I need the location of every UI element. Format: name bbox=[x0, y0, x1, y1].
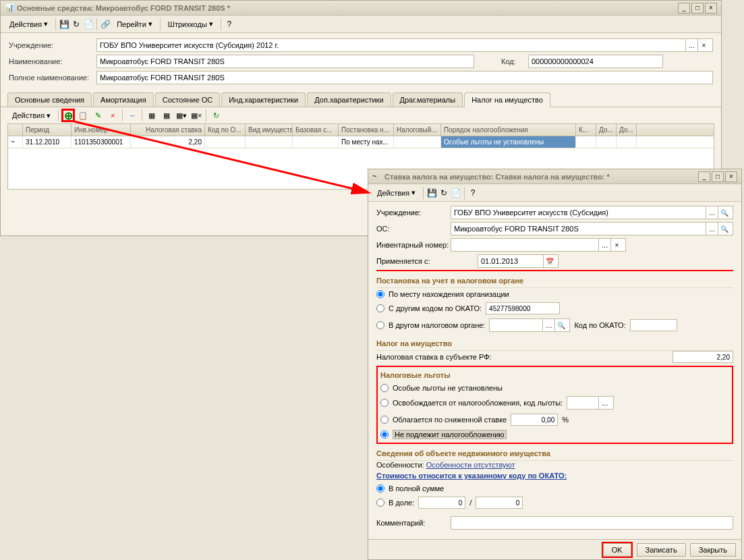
select-icon[interactable]: … bbox=[542, 319, 554, 331]
bottom-bar: OK Записать Закрыть bbox=[368, 539, 741, 559]
cost-link[interactable]: Стоимость относится к указанному коду по… bbox=[376, 472, 567, 480]
toolbar2: Действия ▾ 💾 ↻ 📄 ? bbox=[368, 184, 741, 202]
inv-label: Инвентарный номер: bbox=[376, 241, 451, 249]
close-button[interactable]: Закрыть bbox=[690, 543, 736, 557]
minimize-button[interactable]: _ bbox=[698, 171, 710, 182]
org-input[interactable]: ГОБУ ВПО Университет искусств (Субсидия)… bbox=[451, 206, 733, 219]
benefit-code-input[interactable]: … bbox=[567, 396, 614, 410]
minimize-button[interactable]: _ bbox=[678, 3, 690, 13]
filter1-icon[interactable]: ▦ bbox=[145, 109, 159, 122]
inv-input[interactable]: … × bbox=[451, 238, 626, 252]
save-icon[interactable]: 💾 bbox=[426, 188, 437, 198]
fullname-input[interactable]: Микроавтобус FORD TRANSIT 280S bbox=[96, 71, 713, 84]
tax-rate-input[interactable] bbox=[673, 351, 733, 363]
search-icon[interactable]: 🔍 bbox=[718, 206, 730, 219]
edit-row-icon[interactable]: ✎ bbox=[91, 109, 105, 122]
tab-amort[interactable]: Амортизация bbox=[93, 92, 154, 107]
doc-icon[interactable]: 📄 bbox=[451, 188, 461, 198]
clear-icon[interactable]: × bbox=[610, 239, 623, 251]
select-icon[interactable]: … bbox=[706, 223, 718, 235]
name-input[interactable]: Микроавтобус FORD TRANSIT 280S bbox=[96, 55, 474, 68]
barcodes-menu[interactable]: Штрихкоды ▾ bbox=[163, 18, 218, 30]
help-icon[interactable]: ? bbox=[224, 19, 235, 30]
delete-row-icon[interactable]: × bbox=[106, 109, 119, 122]
date-input[interactable]: 01.01.2013 📅 bbox=[478, 254, 559, 268]
section-estate: Сведения об объекте недвижимого имуществ… bbox=[376, 447, 733, 461]
close-button[interactable]: × bbox=[705, 3, 717, 13]
actions-menu[interactable]: Действия ▾ bbox=[5, 18, 53, 30]
features-link[interactable]: Особенности отсутствуют bbox=[426, 461, 515, 469]
save-icon[interactable]: 💾 bbox=[59, 19, 69, 30]
refresh-grid-icon[interactable]: ↻ bbox=[209, 109, 223, 122]
search-icon[interactable]: 🔍 bbox=[554, 319, 567, 331]
comment-input[interactable] bbox=[451, 516, 733, 530]
refresh-icon[interactable]: ↻ bbox=[438, 188, 449, 198]
filter2-icon[interactable]: ▦ bbox=[160, 109, 173, 122]
os-input[interactable]: Микроавтобус FORD TRANSIT 280S … 🔍 bbox=[451, 222, 733, 235]
org-select-icon[interactable]: … bbox=[685, 39, 697, 51]
benefit-radio-3[interactable] bbox=[380, 416, 389, 424]
copy-row-icon[interactable]: 📋 bbox=[76, 109, 90, 122]
doc-icon[interactable]: 📄 bbox=[83, 19, 94, 30]
tab-ind[interactable]: Инд.характеристики bbox=[221, 92, 306, 107]
reg-opt3-label: В другом налоговом органе: bbox=[389, 321, 485, 329]
tax-office-input[interactable]: … 🔍 bbox=[489, 318, 570, 332]
cost-radio-1[interactable] bbox=[376, 484, 384, 493]
pct-label: % bbox=[562, 416, 569, 424]
maximize-button[interactable]: □ bbox=[691, 3, 704, 13]
window-title2: Ставка налога на имущество: Ставки налог… bbox=[384, 173, 698, 181]
search-icon[interactable]: 🔍 bbox=[718, 223, 730, 235]
sub-actions-menu[interactable]: Действия ▾ bbox=[7, 109, 55, 122]
select-icon[interactable]: … bbox=[598, 397, 610, 409]
tax-rate-label: Налоговая ставка в субъекте РФ: bbox=[376, 353, 673, 361]
benefit-radio-1[interactable] bbox=[380, 384, 389, 392]
titlebar: 📊 Основные средства: Микроавтобус FORD T… bbox=[1, 1, 721, 16]
okato-input1[interactable] bbox=[486, 302, 560, 314]
clear-filter-icon[interactable]: ▦× bbox=[190, 109, 203, 122]
close-button[interactable]: × bbox=[725, 171, 737, 182]
maximize-button[interactable]: □ bbox=[712, 171, 724, 182]
reduced-rate-input[interactable] bbox=[511, 414, 558, 426]
grid-header: Период Инв.номер Налоговая ставка Код по… bbox=[8, 124, 714, 136]
tab-add[interactable]: Доп.характеристики bbox=[307, 92, 391, 107]
tab-tax[interactable]: Налог на имущество bbox=[464, 92, 550, 107]
benefit-opt3-label: Облагается по сниженной ставке bbox=[393, 416, 507, 424]
os-label: ОС: bbox=[376, 225, 451, 233]
reg-radio-2[interactable] bbox=[376, 304, 384, 312]
share1-input[interactable] bbox=[418, 497, 465, 509]
select-icon[interactable]: … bbox=[706, 206, 718, 219]
share2-input[interactable] bbox=[476, 497, 523, 509]
calendar-icon[interactable]: 📅 bbox=[543, 255, 555, 267]
cost-radio-2[interactable] bbox=[376, 499, 384, 507]
tab-prec[interactable]: Драг.материалы bbox=[393, 92, 463, 107]
nav-icon[interactable]: ↔ bbox=[125, 109, 139, 122]
reg-radio-3[interactable] bbox=[376, 321, 384, 329]
app-icon: ~ bbox=[372, 172, 382, 181]
okato-label: Код по ОКАТО: bbox=[574, 321, 625, 329]
add-row-button[interactable]: ⊕ bbox=[61, 109, 75, 122]
link-icon[interactable]: 🔗 bbox=[100, 19, 111, 30]
help-icon[interactable]: ? bbox=[467, 188, 478, 198]
benefit-radio-4[interactable] bbox=[380, 430, 389, 439]
fullname-label: Полное наименование: bbox=[9, 74, 96, 82]
reg-radio-1[interactable] bbox=[376, 290, 384, 298]
ok-button[interactable]: OK bbox=[603, 543, 631, 557]
tab-bar: Основные сведения Амортизация Состояние … bbox=[1, 92, 721, 107]
select-icon[interactable]: … bbox=[598, 239, 610, 251]
benefit-radio-2[interactable] bbox=[380, 399, 389, 407]
comment-label: Комментарий: bbox=[376, 519, 451, 527]
tab-state[interactable]: Состояние ОС bbox=[155, 92, 220, 107]
refresh-icon[interactable]: ↻ bbox=[71, 19, 82, 30]
org-input[interactable]: ГОБУ ВПО Университет искусств (Субсидия)… bbox=[96, 38, 713, 52]
save-button[interactable]: Записать bbox=[637, 543, 686, 557]
goto-menu[interactable]: Перейти ▾ bbox=[112, 18, 157, 30]
reg-opt2-label: С другим кодом по ОКАТО: bbox=[389, 304, 482, 312]
okato-input2[interactable] bbox=[630, 319, 677, 331]
table-row[interactable]: ~ 31.12.2010 1101350300001 2,20 По месту… bbox=[8, 136, 714, 148]
org-label: Учреждение: bbox=[9, 41, 96, 49]
org-clear-icon[interactable]: × bbox=[697, 39, 710, 51]
actions-menu2[interactable]: Действия ▾ bbox=[372, 186, 420, 199]
tab-main[interactable]: Основные сведения bbox=[7, 92, 92, 107]
code-input[interactable]: 000000000000024 bbox=[528, 55, 663, 68]
filter3-icon[interactable]: ▦▾ bbox=[175, 109, 188, 122]
